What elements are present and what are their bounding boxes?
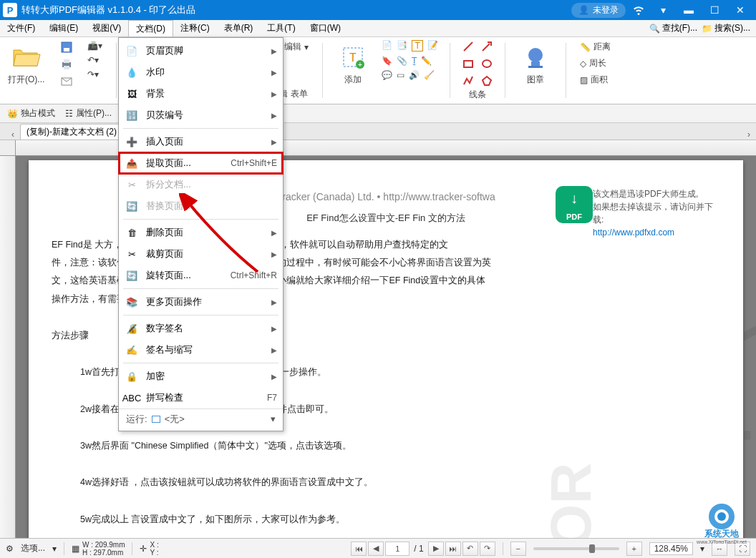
menu-tools[interactable]: 工具(T) <box>260 20 302 36</box>
run-row[interactable]: 运行: <无>▾ <box>119 408 283 429</box>
fit-page-button[interactable]: ⛶ <box>735 542 750 556</box>
wifi-icon[interactable] <box>631 3 646 17</box>
menu-item-watermark[interactable]: 💧水印▶ <box>119 62 283 83</box>
menu-annotate[interactable]: 注释(C) <box>173 20 217 36</box>
menu-item-label: 更多页面操作 <box>146 295 202 308</box>
menu-item-label: 背景 <box>146 87 165 100</box>
options-gear-icon[interactable]: ⚙ <box>6 544 14 554</box>
zoom-out-status-button[interactable]: − <box>510 542 526 556</box>
menu-item-extract-page[interactable]: 📤提取页面...Ctrl+Shift+E <box>119 152 283 174</box>
area-button[interactable]: ▨面积 <box>578 73 613 87</box>
menu-item-insert-page[interactable]: ➕插入页面▶ <box>119 131 283 152</box>
find-button[interactable]: 🔍 查找(F)... <box>649 22 697 34</box>
scan-icon[interactable]: 📠▾ <box>85 40 105 52</box>
menu-document[interactable]: 文档(D) <box>128 20 173 36</box>
exclusive-mode-button[interactable]: 👑独占模式 <box>7 107 55 119</box>
nav-prev-button[interactable]: ◀ <box>368 542 384 556</box>
close-button[interactable]: ✕ <box>727 0 753 20</box>
nav-forward-button[interactable]: ↷ <box>480 542 495 556</box>
add-text-button[interactable]: T+ 添加 <box>334 40 372 88</box>
menu-item-more-pages[interactable]: 📚更多页面操作▶ <box>119 291 283 313</box>
add-label: 添加 <box>344 74 362 86</box>
open-button[interactable]: 打开(O)... <box>4 40 48 88</box>
search-button[interactable]: 📁 搜索(S)... <box>702 22 750 34</box>
menu-item-digital-sign[interactable]: 🔏数字签名▶ <box>119 318 283 339</box>
perimeter-button[interactable]: ◇周长 <box>578 57 613 70</box>
menu-item-sign-initials[interactable]: ✍签名与缩写▶ <box>119 339 283 361</box>
email-icon[interactable] <box>58 74 75 89</box>
eraser-icon[interactable]: 🧹 <box>424 70 435 80</box>
page-current-input[interactable]: 1 <box>385 542 410 556</box>
zoom-value-box[interactable]: 128.45% <box>649 542 693 555</box>
tab-scroll-left[interactable]: ‹ <box>6 129 20 140</box>
rect-icon[interactable] <box>462 57 475 70</box>
menu-item-encrypt[interactable]: 🔒加密▶ <box>119 366 283 387</box>
menu-window[interactable]: 窗口(W) <box>303 20 348 36</box>
underline-icon[interactable]: T <box>412 40 422 52</box>
save-icon[interactable] <box>58 40 75 54</box>
menu-view[interactable]: 视图(V) <box>85 20 128 36</box>
polygon-icon[interactable] <box>480 74 493 87</box>
properties-icon: ☷ <box>65 109 73 119</box>
page-total-label: / 1 <box>411 544 426 554</box>
svg-text:+: + <box>358 61 362 69</box>
callout-icon[interactable]: 💬 <box>382 70 392 80</box>
shape-icon[interactable]: ▭ <box>397 70 404 80</box>
polyline-icon[interactable] <box>462 74 475 87</box>
pencil-icon[interactable]: ✏️ <box>421 56 432 66</box>
encrypt-icon: 🔒 <box>125 369 139 383</box>
search-label: 搜索(S)... <box>714 22 750 34</box>
pdf-badge-icon: PDF <box>556 186 593 223</box>
distance-button[interactable]: 📏距离 <box>578 40 613 54</box>
submenu-arrow-icon: ▶ <box>271 69 277 77</box>
highlight-icon[interactable]: 📄 <box>382 40 392 52</box>
menu-item-spellcheck[interactable]: ABC拼写检查F7 <box>119 387 283 408</box>
attach-icon[interactable]: 📎 <box>397 56 407 66</box>
zoom-in-status-button[interactable]: + <box>626 542 642 556</box>
maximize-button[interactable]: ☐ <box>702 0 727 20</box>
menu-item-delete-page[interactable]: 🗑删除页面▶ <box>119 222 283 243</box>
line-icon[interactable] <box>462 40 475 53</box>
split-doc-icon: ✂ <box>125 177 139 192</box>
dropdown-more-button[interactable]: ▾ <box>650 0 676 20</box>
menu-item-background[interactable]: 🖼背景▶ <box>119 83 283 104</box>
menu-edit[interactable]: 编辑(E) <box>42 20 85 36</box>
menu-item-header-footer[interactable]: 📄页眉页脚▶ <box>119 40 283 62</box>
menu-bar: 文件(F) 编辑(E) 视图(V) 文档(D) 注释(C) 表单(R) 工具(T… <box>0 20 756 37</box>
menu-form[interactable]: 表单(R) <box>217 20 261 36</box>
nav-first-button[interactable]: ⏮ <box>351 542 367 556</box>
nav-last-button[interactable]: ⏭ <box>445 542 461 556</box>
menu-item-crop-page[interactable]: ✂裁剪页面▶ <box>119 243 283 265</box>
tab-scroll-right[interactable]: › <box>742 129 756 140</box>
find-label: 查找(F)... <box>662 22 697 34</box>
note-icon[interactable]: 📝 <box>427 40 438 52</box>
fit-width-button[interactable]: ↔ <box>712 542 727 556</box>
menu-item-label: 拼写检查 <box>146 391 183 404</box>
menu-file[interactable]: 文件(F) <box>0 20 42 36</box>
svg-rect-16 <box>528 66 543 68</box>
menu-item-rotate-page[interactable]: 🔄旋转页面...Ctrl+Shift+R <box>119 265 283 286</box>
nav-next-button[interactable]: ▶ <box>428 542 444 556</box>
title-bar: P 转转大师PDF编辑器 v1.1.0.4 - 印了么出品 👤 未登录 ▾ ▬ … <box>0 0 756 20</box>
zoom-slider[interactable] <box>533 547 619 550</box>
options-label[interactable]: 选项... <box>21 542 45 554</box>
text-tool-icon[interactable]: Ṯ <box>412 56 417 66</box>
watermark-2: diTOR <box>523 463 621 538</box>
properties-button[interactable]: ☷属性(P)... <box>65 107 112 119</box>
arrow-icon[interactable] <box>480 40 493 53</box>
stamp-tool-icon[interactable]: 🔖 <box>382 56 392 66</box>
strike-icon[interactable]: 📑 <box>397 40 407 52</box>
redo-icon[interactable]: ↷▾ <box>85 69 105 80</box>
sound-icon[interactable]: 🔊 <box>409 70 420 80</box>
stamp-button[interactable]: 图章 <box>517 40 554 88</box>
minimize-button[interactable]: ▬ <box>676 0 702 20</box>
svg-rect-12 <box>464 61 472 67</box>
undo-icon[interactable]: ↶▾ <box>85 54 105 66</box>
print-icon[interactable] <box>58 57 75 72</box>
menu-item-label: 裁剪页面 <box>146 248 183 260</box>
menu-item-bates[interactable]: 🔢贝茨编号▶ <box>119 104 283 126</box>
submenu-arrow-icon: ▶ <box>271 325 277 333</box>
oval-icon[interactable] <box>480 57 493 70</box>
nav-back-button[interactable]: ↶ <box>462 542 478 556</box>
user-status-pill[interactable]: 👤 未登录 <box>571 3 626 18</box>
